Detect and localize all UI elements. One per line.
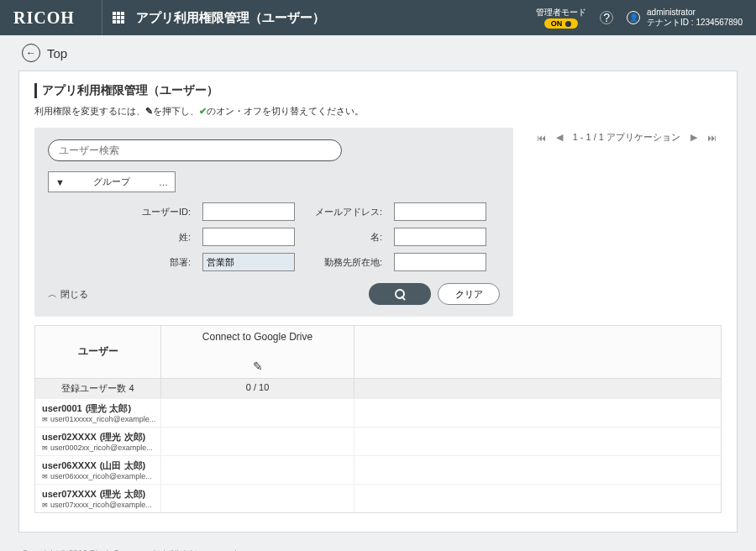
row-mail: user06xxxx_ricoh@example...	[50, 472, 152, 480]
chevron-up-icon: ︿	[48, 288, 57, 301]
pager-last-icon[interactable]: ⏭	[707, 133, 717, 143]
row-userid: user0001	[42, 403, 82, 413]
pager: ⏮ ◀ 1 - 1 / 1 アプリケーション ▶ ⏭	[537, 131, 722, 144]
hint-text: 利用権限を変更するには、✎を押下し、✔のオン・オフを切り替えてください。	[34, 105, 722, 118]
user-info[interactable]: 👤 administrator テナントID : 1234567890	[627, 8, 743, 29]
col-header-user: ユーザー	[35, 326, 161, 378]
count-row: 登録ユーザー数 4 0 / 10	[35, 379, 721, 398]
label-mail: メールアドレス:	[307, 206, 382, 218]
search-icon	[395, 289, 405, 299]
mail-icon: ✉	[42, 416, 48, 423]
pager-status: 1 - 1 / 1 アプリケーション	[573, 131, 680, 144]
row-mail: user0002xx_ricoh@example...	[50, 443, 153, 452]
app-count: 0 / 10	[161, 379, 354, 398]
clear-button[interactable]: クリア	[438, 283, 500, 305]
table-row[interactable]: user07XXXX (理光 太郎)✉user07xxxx_ricoh@exam…	[35, 484, 721, 512]
apps-grid-icon[interactable]	[113, 12, 124, 24]
label-userid: ユーザーID:	[140, 206, 191, 218]
row-mail: user01xxxxx_ricoh@example...	[50, 415, 155, 423]
collapse-filter-button[interactable]: ︿ 閉じる	[48, 288, 88, 301]
firstname-field[interactable]	[394, 228, 486, 246]
filter-icon: ▼	[55, 177, 65, 187]
user-search-input[interactable]	[48, 139, 342, 161]
pager-prev-icon[interactable]: ◀	[556, 132, 563, 143]
group-filter-button[interactable]: ▼ グループ …	[48, 171, 176, 192]
mail-icon: ✉	[42, 501, 48, 509]
mail-field[interactable]	[394, 202, 486, 221]
label-lastname: 姓:	[140, 231, 191, 244]
row-userid: user06XXXX	[42, 460, 97, 470]
breadcrumb: ← Top	[0, 35, 756, 71]
main-panel: アプリ利用権限管理（ユーザー） 利用権限を変更するには、✎を押下し、✔のオン・オ…	[18, 71, 738, 533]
mail-icon: ✉	[42, 473, 48, 480]
mail-icon: ✉	[42, 444, 48, 452]
search-button[interactable]	[369, 283, 431, 305]
user-name: administrator	[647, 8, 743, 17]
label-firstname: 名:	[307, 231, 382, 244]
help-icon[interactable]: ?	[600, 11, 613, 24]
registered-count: 登録ユーザー数 4	[35, 379, 161, 398]
label-location: 勤務先所在地:	[307, 256, 382, 269]
tenant-id: テナントID : 1234567890	[647, 17, 743, 29]
row-userid: user02XXXX	[42, 432, 97, 442]
permissions-table: ユーザー Connect to Google Drive ✎ 登録ユーザー数 4…	[34, 325, 722, 513]
userid-field[interactable]	[202, 202, 295, 221]
admin-mode-label: 管理者モード	[536, 7, 586, 18]
table-row[interactable]: user02XXXX (理光 次郎)✉user0002xx_ricoh@exam…	[35, 427, 721, 455]
check-icon: ✔	[199, 106, 207, 116]
table-row[interactable]: user06XXXX (山田 太郎)✉user06xxxx_ricoh@exam…	[35, 455, 721, 484]
ellipsis-icon: …	[159, 177, 168, 187]
row-username: (山田 太郎)	[100, 459, 145, 472]
pager-first-icon[interactable]: ⏮	[537, 133, 546, 143]
row-username: (理光 太郎)	[100, 488, 145, 501]
divider	[102, 0, 102, 35]
location-field[interactable]	[394, 253, 486, 271]
breadcrumb-top[interactable]: Top	[47, 46, 67, 60]
filter-panel: ▼ グループ … ユーザーID: メールアドレス: 姓: 名: 部署: 勤務先所…	[34, 128, 513, 317]
row-username: (理光 次郎)	[100, 431, 145, 443]
edit-app-icon[interactable]: ✎	[253, 359, 263, 373]
admin-mode-block: 管理者モード ON	[536, 7, 586, 29]
row-mail: user07xxxx_ricoh@example...	[50, 501, 152, 509]
user-avatar-icon: 👤	[627, 11, 640, 24]
dept-field[interactable]	[202, 253, 295, 271]
col-header-app: Connect to Google Drive ✎	[161, 326, 354, 378]
app-header: RICOH アプリ利用権限管理（ユーザー） 管理者モード ON ? 👤 admi…	[0, 0, 756, 35]
brand-logo: RICOH	[13, 8, 92, 28]
page-title: アプリ利用権限管理（ユーザー）	[34, 83, 722, 98]
label-dept: 部署:	[140, 256, 191, 269]
row-userid: user07XXXX	[42, 489, 97, 499]
row-username: (理光 太郎)	[86, 402, 131, 415]
pager-next-icon[interactable]: ▶	[690, 132, 697, 143]
admin-mode-toggle[interactable]: ON	[544, 18, 579, 29]
table-row[interactable]: user0001 (理光 太郎)✉user01xxxxx_ricoh@examp…	[35, 398, 721, 427]
page-header-title: アプリ利用権限管理（ユーザー）	[136, 10, 325, 26]
back-button[interactable]: ←	[22, 44, 40, 62]
col-header-empty	[354, 326, 721, 378]
lastname-field[interactable]	[202, 228, 295, 246]
pencil-icon: ✎	[145, 106, 153, 116]
